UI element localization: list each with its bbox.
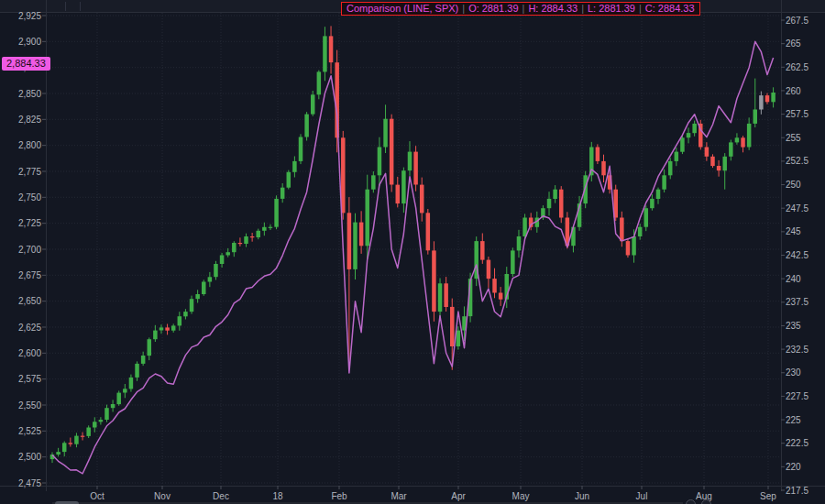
left-axis-label: 2,750 xyxy=(18,192,41,203)
right-axis-label: 235 xyxy=(786,321,801,331)
candle-body xyxy=(413,152,418,185)
candle-body xyxy=(432,250,436,312)
month-label: 18 xyxy=(272,491,283,501)
candle-body xyxy=(378,148,382,176)
candle-body xyxy=(547,199,552,208)
candle-body xyxy=(226,252,230,255)
candle-body xyxy=(269,227,273,228)
candle-body xyxy=(304,115,309,137)
month-label: Dec xyxy=(213,491,229,501)
candle-body xyxy=(371,175,376,189)
right-axis-label: 245 xyxy=(786,226,801,236)
right-axis-label: 262.5 xyxy=(786,62,808,72)
candle-body xyxy=(517,236,522,250)
candle-body xyxy=(632,236,636,256)
candle-body xyxy=(420,185,424,214)
month-label: Nov xyxy=(154,491,170,501)
candle-body xyxy=(353,223,358,269)
left-axis-label: 2,775 xyxy=(18,167,41,177)
right-axis-label: 255 xyxy=(786,133,801,143)
chart-canvas[interactable]: 2,4752,5002,5252,5502,5752,6002,6252,650… xyxy=(0,0,825,504)
zoom-in-icon[interactable] xyxy=(701,499,711,504)
legend-close-value: 2884.33 xyxy=(658,3,695,15)
candle-body xyxy=(111,404,116,408)
last-price-label: 2,884.33 xyxy=(2,57,50,71)
candle-body xyxy=(680,137,685,151)
candle-body xyxy=(135,364,139,378)
candle-body xyxy=(638,227,643,236)
candle-body xyxy=(662,175,666,189)
candle-body xyxy=(741,137,745,147)
price-axis-left[interactable]: 2,4752,5002,5252,5502,5752,6002,6252,650… xyxy=(18,11,46,488)
grid xyxy=(47,13,780,486)
candle-body xyxy=(710,157,715,166)
candle-body xyxy=(262,227,267,231)
comparison-line-series xyxy=(52,41,774,474)
candle-body xyxy=(86,428,91,436)
zoom-out-icon[interactable] xyxy=(686,499,696,504)
time-axis[interactable]: OctNovDec18FebMarAprMayJunJulAugSep xyxy=(90,486,776,501)
left-axis-label: 2,575 xyxy=(18,374,41,384)
legend-title: Comparison (LINE, SPX) xyxy=(346,3,458,15)
candle-body xyxy=(287,172,292,188)
candle-body xyxy=(596,148,600,161)
candle-body xyxy=(402,170,406,203)
candle-body xyxy=(232,243,236,252)
month-label: Oct xyxy=(90,491,104,501)
price-axis-right[interactable]: 267.5265262.5260257.5255252.5250247.5245… xyxy=(781,16,808,496)
candle-body xyxy=(359,223,364,247)
candle-body xyxy=(626,241,631,255)
axis-borders xyxy=(0,0,825,491)
legend-separator: | xyxy=(522,3,526,15)
candle-body xyxy=(396,185,401,204)
left-axis-label: 2,475 xyxy=(18,478,41,488)
candle-body xyxy=(99,420,104,422)
candle-body xyxy=(705,148,710,157)
candle-body xyxy=(208,277,213,281)
candle-body xyxy=(148,339,152,356)
month-label: Mar xyxy=(390,491,407,501)
candle-body xyxy=(444,283,448,307)
candle-body xyxy=(160,327,164,330)
left-axis-label: 2,625 xyxy=(18,323,41,333)
legend-high-value: 2884.33 xyxy=(541,3,578,15)
left-axis-label: 2,525 xyxy=(18,426,41,436)
right-axis-label: 225 xyxy=(786,415,801,425)
candle-body xyxy=(153,331,158,340)
candle-body xyxy=(123,389,127,392)
right-axis-label: 217.5 xyxy=(786,486,808,496)
candle-body xyxy=(129,378,134,389)
candle-body xyxy=(141,356,146,364)
right-axis-label: 267.5 xyxy=(786,16,808,26)
legend-high-label: H: xyxy=(528,3,538,15)
candle-body xyxy=(722,157,727,170)
candle-body xyxy=(165,327,170,330)
right-axis-label: 222.5 xyxy=(786,438,808,448)
month-label: Sep xyxy=(760,491,776,501)
left-axis-label: 2,800 xyxy=(18,140,41,150)
candle-body xyxy=(668,161,673,175)
left-axis-label: 2,500 xyxy=(18,452,41,462)
right-axis-label: 265 xyxy=(786,38,801,49)
candle-body xyxy=(450,307,455,346)
chart-controls[interactable] xyxy=(686,499,711,504)
month-label: Feb xyxy=(331,491,347,501)
candle-body xyxy=(323,36,327,71)
candle-body xyxy=(601,161,606,175)
right-axis-label: 220 xyxy=(786,462,801,472)
candle-body xyxy=(487,260,491,279)
candle-body xyxy=(771,93,776,102)
left-axis-label: 2,825 xyxy=(18,115,41,125)
candle-body xyxy=(620,218,624,242)
candle-body xyxy=(292,161,297,172)
candle-body xyxy=(195,294,200,299)
right-axis-label: 230 xyxy=(786,367,801,378)
candle-body xyxy=(347,213,352,269)
candle-body xyxy=(390,119,394,185)
candle-body xyxy=(171,325,176,330)
candle-body xyxy=(438,283,443,312)
left-axis-label: 2,600 xyxy=(18,348,41,358)
ohlc-legend[interactable]: Comparison (LINE, SPX) | O: 2881.39 | H:… xyxy=(341,2,700,16)
candle-body xyxy=(280,188,285,199)
legend-open-value: 2881.39 xyxy=(482,3,519,15)
